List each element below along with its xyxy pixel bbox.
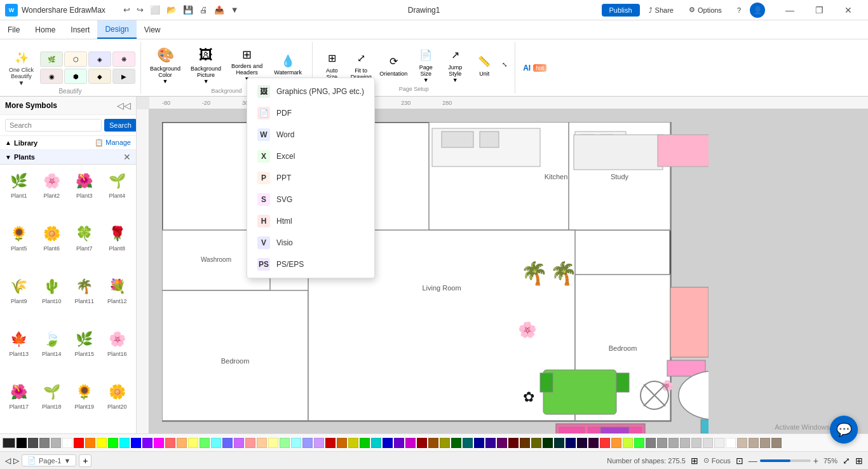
plant-item-plant5[interactable]: 🌻Plant5 bbox=[4, 221, 34, 271]
new-button[interactable]: ⬜ bbox=[147, 4, 163, 16]
print-button[interactable]: 🖨 bbox=[197, 4, 210, 16]
color-swatch-11[interactable] bbox=[142, 438, 153, 448]
close-button[interactable]: ✕ bbox=[834, 0, 863, 20]
extra-swatch-9[interactable] bbox=[749, 438, 759, 448]
plants-close-button[interactable]: ✕ bbox=[123, 152, 131, 162]
beautify-style-5[interactable]: ◉ bbox=[40, 69, 63, 84]
color-swatch-20[interactable] bbox=[245, 438, 255, 448]
extra-swatch-1[interactable] bbox=[657, 438, 667, 448]
export-item-png[interactable]: 🖼Graphics (PNG, JPG etc.) bbox=[247, 81, 374, 102]
export-item-visio[interactable]: VVisio bbox=[247, 232, 374, 254]
plant-item-plant20[interactable]: 🌼Plant20 bbox=[102, 379, 133, 430]
beautify-style-8[interactable]: ▶ bbox=[112, 69, 135, 84]
fullscreen-button[interactable]: ⊡ bbox=[736, 456, 743, 466]
help-button[interactable]: ? bbox=[731, 4, 747, 17]
publish-button[interactable]: Publish bbox=[602, 4, 640, 17]
color-swatch-18[interactable] bbox=[222, 438, 233, 448]
open-button[interactable]: 📂 bbox=[164, 4, 179, 16]
color-swatch-52[interactable] bbox=[611, 438, 621, 448]
redo-button[interactable]: ↪ bbox=[134, 4, 146, 16]
color-swatch-32[interactable] bbox=[383, 438, 393, 448]
extra-swatch-7[interactable] bbox=[726, 438, 736, 448]
extra-swatch-11[interactable] bbox=[771, 438, 782, 448]
color-swatch-43[interactable] bbox=[508, 438, 519, 448]
plant-item-plant11[interactable]: 🌴Plant11 bbox=[69, 274, 100, 324]
color-swatch-26[interactable] bbox=[314, 438, 324, 448]
extra-swatch-5[interactable] bbox=[703, 438, 713, 448]
color-swatch-37[interactable] bbox=[440, 438, 450, 448]
color-swatch-36[interactable] bbox=[428, 438, 438, 448]
color-swatch-19[interactable] bbox=[234, 438, 244, 448]
color-swatch-40[interactable] bbox=[474, 438, 484, 448]
plant-item-plant6[interactable]: 🌼Plant6 bbox=[37, 221, 67, 271]
color-swatch-21[interactable] bbox=[257, 438, 267, 448]
color-swatch-35[interactable] bbox=[417, 438, 427, 448]
options-button[interactable]: ⚙ Options bbox=[682, 3, 728, 17]
color-swatch-10[interactable] bbox=[131, 438, 141, 448]
jump-style-button[interactable]: ↗ Jump Style ▼ bbox=[441, 44, 469, 85]
color-swatch-2[interactable] bbox=[39, 438, 50, 448]
color-swatch-1[interactable] bbox=[28, 438, 38, 448]
extra-swatch-8[interactable] bbox=[737, 438, 747, 448]
plant-item-plant10[interactable]: 🌵Plant10 bbox=[37, 274, 67, 324]
color-swatch-29[interactable] bbox=[348, 438, 358, 448]
color-swatch-4[interactable] bbox=[62, 438, 72, 448]
export-item-pdf[interactable]: 📄PDF bbox=[247, 102, 374, 124]
color-swatch-0[interactable] bbox=[17, 438, 27, 448]
plant-item-plant4[interactable]: 🌱Plant4 bbox=[102, 168, 133, 219]
layers-button[interactable]: ⊞ bbox=[691, 456, 698, 466]
menu-view[interactable]: View bbox=[137, 20, 168, 39]
minimize-button[interactable]: — bbox=[775, 0, 804, 20]
color-swatch-33[interactable] bbox=[394, 438, 404, 448]
color-swatch-8[interactable] bbox=[108, 438, 118, 448]
export-item-svg[interactable]: SSVG bbox=[247, 189, 374, 210]
extra-swatch-0[interactable] bbox=[646, 438, 656, 448]
auto-size-button[interactable]: ⊞ Auto Size bbox=[318, 48, 346, 82]
extra-swatch-3[interactable] bbox=[680, 438, 690, 448]
color-swatch-12[interactable] bbox=[154, 438, 164, 448]
plant-item-plant16[interactable]: 🌸Plant16 bbox=[102, 327, 133, 377]
beautify-style-3[interactable]: ◈ bbox=[88, 51, 111, 67]
plant-item-plant7[interactable]: 🍀Plant7 bbox=[69, 221, 100, 271]
plant-item-plant18[interactable]: 🌱Plant18 bbox=[37, 379, 67, 430]
more-button[interactable]: ▼ bbox=[228, 4, 241, 16]
one-click-beautify-button[interactable]: ✨ One Click Beautify ▼ bbox=[5, 46, 37, 89]
background-color-button[interactable]: 🎨 Background Color ▼ bbox=[146, 43, 184, 86]
search-button[interactable]: Search bbox=[104, 119, 137, 132]
color-swatch-23[interactable] bbox=[280, 438, 290, 448]
zoom-in-button[interactable]: + bbox=[813, 456, 818, 466]
color-swatch-50[interactable] bbox=[588, 438, 599, 448]
color-swatch-14[interactable] bbox=[177, 438, 187, 448]
plant-item-plant17[interactable]: 🌺Plant17 bbox=[4, 379, 34, 430]
beautify-style-7[interactable]: ◆ bbox=[88, 69, 111, 84]
beautify-style-2[interactable]: ⬡ bbox=[64, 51, 87, 67]
watermark-button[interactable]: 💧 Watermark bbox=[269, 52, 307, 78]
plant-item-plant19[interactable]: 🌻Plant19 bbox=[69, 379, 100, 430]
color-swatch-25[interactable] bbox=[302, 438, 313, 448]
color-swatch-51[interactable] bbox=[600, 438, 610, 448]
color-swatch-27[interactable] bbox=[325, 438, 336, 448]
color-swatch-3[interactable] bbox=[51, 438, 61, 448]
search-input[interactable] bbox=[5, 119, 102, 132]
plant-item-plant3[interactable]: 🌺Plant3 bbox=[69, 168, 100, 219]
page-setup-expand-button[interactable]: ⤡ bbox=[499, 60, 510, 69]
color-swatch-48[interactable] bbox=[566, 438, 576, 448]
extra-swatch-4[interactable] bbox=[691, 438, 702, 448]
menu-home[interactable]: Home bbox=[27, 20, 63, 39]
color-swatch-6[interactable] bbox=[85, 438, 95, 448]
export-item-word[interactable]: WWord bbox=[247, 124, 374, 146]
restore-button[interactable]: ❐ bbox=[804, 0, 834, 20]
chat-bubble[interactable]: 💬 bbox=[830, 416, 858, 444]
page-nav-right[interactable]: ▷ bbox=[13, 456, 19, 465]
color-swatch-38[interactable] bbox=[451, 438, 461, 448]
color-swatch-46[interactable] bbox=[543, 438, 553, 448]
color-swatch-31[interactable] bbox=[371, 438, 381, 448]
color-swatch-42[interactable] bbox=[497, 438, 507, 448]
undo-button[interactable]: ↩ bbox=[121, 4, 133, 16]
share-button[interactable]: ⤴ Share bbox=[642, 4, 680, 17]
color-swatch-54[interactable] bbox=[634, 438, 644, 448]
menu-insert[interactable]: Insert bbox=[63, 20, 97, 39]
plant-item-plant2[interactable]: 🌸Plant2 bbox=[37, 168, 67, 219]
beautify-style-6[interactable]: ⬢ bbox=[64, 69, 87, 84]
add-page-button[interactable]: + bbox=[79, 454, 92, 467]
